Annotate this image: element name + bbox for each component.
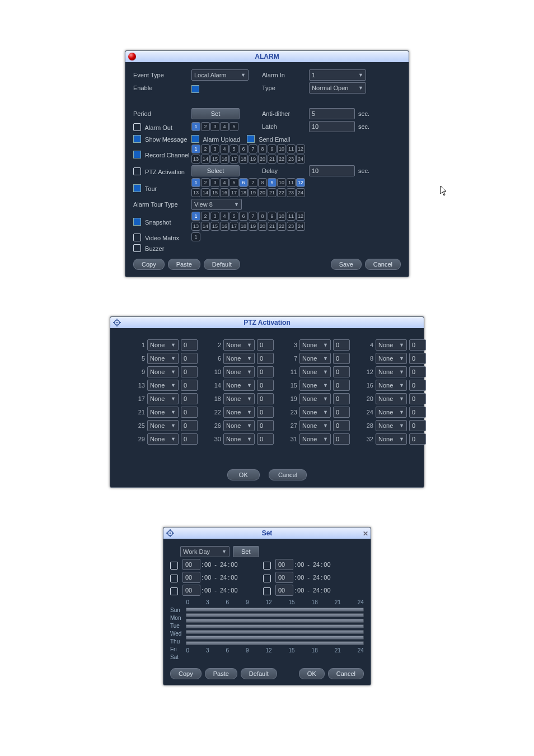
channel-21[interactable]: 21 <box>268 222 277 231</box>
channel-24[interactable]: 24 <box>296 188 305 197</box>
channel-1[interactable]: 1 <box>191 178 200 187</box>
channel-5[interactable]: 5 <box>229 122 238 131</box>
channel-14[interactable]: 14 <box>201 222 210 231</box>
time-m2[interactable]: 00 <box>324 561 330 568</box>
ptz-value-input[interactable]: 0 <box>333 393 350 404</box>
ptz-mode-select[interactable]: None▼ <box>299 407 331 418</box>
ptz-mode-select[interactable]: None▼ <box>299 353 331 364</box>
ptz-value-input[interactable]: 0 <box>409 420 426 431</box>
ptz-value-input[interactable]: 0 <box>257 407 274 418</box>
ptz-value-input[interactable]: 0 <box>181 433 198 445</box>
channel-16[interactable]: 16 <box>220 155 229 164</box>
channel-24[interactable]: 24 <box>296 155 305 164</box>
channel-24[interactable]: 24 <box>296 222 305 231</box>
channel-13[interactable]: 13 <box>191 155 200 164</box>
ptz-value-input[interactable]: 0 <box>181 353 198 364</box>
channel-4[interactable]: 4 <box>220 178 229 187</box>
time-m[interactable]: 00 <box>297 561 304 568</box>
ptz-mode-select[interactable]: None▼ <box>147 407 179 418</box>
ptz-value-input[interactable]: 0 <box>181 339 198 351</box>
time-h2[interactable]: 24 <box>313 574 320 581</box>
ptz-mode-select[interactable]: None▼ <box>376 433 407 445</box>
ptz-value-input[interactable]: 0 <box>257 393 274 404</box>
time-h2[interactable]: 24 <box>220 587 227 594</box>
schedule-bar[interactable] <box>186 624 364 628</box>
ptz-value-input[interactable]: 0 <box>257 433 274 445</box>
channel-6[interactable]: 6 <box>239 144 248 153</box>
save-button[interactable]: Save <box>331 259 362 270</box>
ptz-value-input[interactable]: 0 <box>409 393 426 404</box>
ptz-value-input[interactable]: 0 <box>181 407 198 418</box>
ptz-mode-select[interactable]: None▼ <box>376 407 407 418</box>
time-m2[interactable]: 00 <box>231 574 237 581</box>
time-m[interactable]: 00 <box>297 574 304 581</box>
channel-18[interactable]: 18 <box>239 188 248 197</box>
ptz-mode-select[interactable]: None▼ <box>147 380 179 391</box>
ok-button[interactable]: OK <box>227 469 260 480</box>
channel-20[interactable]: 20 <box>258 222 267 231</box>
channel-8[interactable]: 8 <box>258 212 267 221</box>
schedule-bar[interactable] <box>186 613 364 617</box>
time-h2[interactable]: 24 <box>220 561 227 568</box>
channel-9[interactable]: 9 <box>268 178 277 187</box>
time-h[interactable]: 00 <box>275 572 293 583</box>
channel-16[interactable]: 16 <box>220 222 229 231</box>
ptz-mode-select[interactable]: None▼ <box>376 393 407 404</box>
enable-check[interactable] <box>191 85 199 93</box>
copy-button[interactable]: Copy <box>133 259 165 270</box>
ptz-mode-select[interactable]: None▼ <box>299 339 331 351</box>
time-h[interactable]: 00 <box>182 559 200 570</box>
schedule-bar[interactable] <box>186 641 364 645</box>
ptz-value-input[interactable]: 0 <box>257 380 274 391</box>
channel-1[interactable]: 1 <box>191 212 200 221</box>
period-check[interactable] <box>170 587 178 595</box>
latch-input[interactable]: 10 <box>309 121 355 132</box>
channel-15[interactable]: 15 <box>210 222 219 231</box>
ptz-mode-select[interactable]: None▼ <box>299 420 331 431</box>
default-button[interactable]: Default <box>204 259 240 270</box>
ptz-value-input[interactable]: 0 <box>257 366 274 377</box>
alarm-upload-check[interactable] <box>191 135 199 143</box>
alarm-in-select[interactable]: 1 ▼ <box>309 69 366 81</box>
alarm-out-check[interactable] <box>133 123 141 131</box>
channel-5[interactable]: 5 <box>229 144 238 153</box>
channel-12[interactable]: 12 <box>296 212 305 221</box>
cancel-button[interactable]: Cancel <box>328 668 364 679</box>
channel-6[interactable]: 6 <box>239 212 248 221</box>
ptz-activation-check[interactable] <box>133 167 141 175</box>
cancel-button[interactable]: Cancel <box>365 259 401 270</box>
send-email-check[interactable] <box>247 135 255 143</box>
snapshot-check[interactable] <box>133 218 141 226</box>
channel-13[interactable]: 13 <box>191 188 200 197</box>
record-channel-check[interactable] <box>133 151 141 158</box>
record-channels[interactable]: 123456789101112131415161718192021222324 <box>191 144 326 164</box>
channel-22[interactable]: 22 <box>277 155 286 164</box>
snapshot-channels[interactable]: 123456789101112131415161718192021222324 <box>191 212 326 231</box>
period-check[interactable] <box>263 562 271 570</box>
channel-10[interactable]: 10 <box>277 178 286 187</box>
ptz-mode-select[interactable]: None▼ <box>376 339 407 351</box>
ptz-value-input[interactable]: 0 <box>333 339 350 351</box>
ptz-value-input[interactable]: 0 <box>333 433 350 445</box>
time-h2[interactable]: 24 <box>313 561 320 568</box>
channel-3[interactable]: 3 <box>210 178 219 187</box>
time-m[interactable]: 00 <box>204 587 211 594</box>
video-matrix-channels[interactable]: 1 <box>191 232 201 241</box>
channel-18[interactable]: 18 <box>239 155 248 164</box>
time-m2[interactable]: 00 <box>231 561 237 568</box>
ptz-value-input[interactable]: 0 <box>409 366 426 377</box>
channel-3[interactable]: 3 <box>210 122 219 131</box>
ptz-mode-select[interactable]: None▼ <box>147 433 179 445</box>
channel-9[interactable]: 9 <box>268 144 277 153</box>
time-h[interactable]: 00 <box>182 585 200 596</box>
ptz-mode-select[interactable]: None▼ <box>376 380 407 391</box>
time-m[interactable]: 00 <box>204 574 211 581</box>
channel-2[interactable]: 2 <box>201 212 210 221</box>
ptz-mode-select[interactable]: None▼ <box>299 393 331 404</box>
channel-7[interactable]: 7 <box>249 212 257 221</box>
channel-4[interactable]: 4 <box>220 122 229 131</box>
channel-15[interactable]: 15 <box>210 155 219 164</box>
schedule-bar[interactable] <box>186 608 364 612</box>
ptz-value-input[interactable]: 0 <box>257 420 274 431</box>
ptz-mode-select[interactable]: None▼ <box>299 433 331 445</box>
